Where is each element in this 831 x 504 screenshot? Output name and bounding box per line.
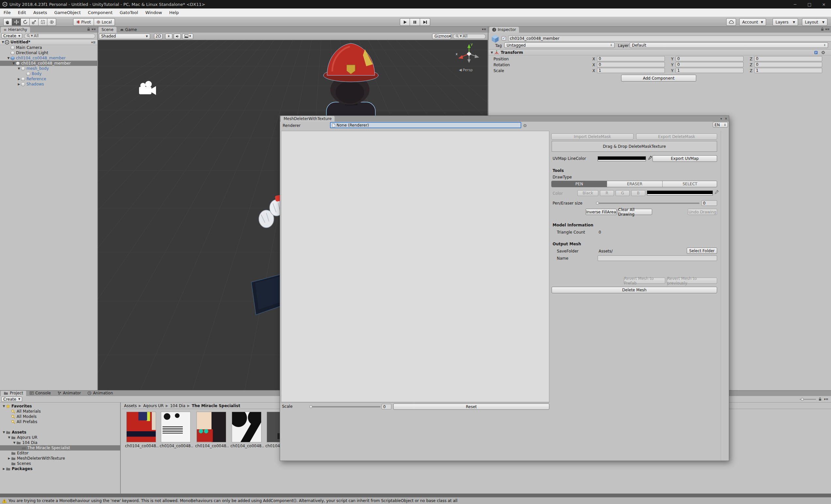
hierarchy-item-main-camera[interactable]: Main Camera <box>0 45 97 50</box>
hierarchy-item-shadows[interactable]: ▶Shadows <box>0 82 97 87</box>
menu-assets[interactable]: Assets <box>30 8 51 17</box>
panel-menu-icon[interactable]: ▾≡ <box>482 27 486 31</box>
pen-size-field[interactable]: 0 <box>701 200 717 206</box>
layout-dropdown[interactable]: Layout▼ <box>802 18 827 26</box>
foldout-arrow-icon[interactable]: ▶ <box>2 467 6 470</box>
transform-scale-y-field[interactable]: 1 <box>676 68 744 73</box>
tab-hierarchy[interactable]: ≡Hierarchy <box>1 27 30 33</box>
active-checkbox[interactable]: ✓ <box>502 36 506 40</box>
foldout-arrow-icon[interactable]: ▼ <box>12 62 16 65</box>
object-picker-icon[interactable]: ⊙ <box>523 123 527 128</box>
project-item-favorites[interactable]: ▼Favorites <box>0 404 120 409</box>
audio-toggle-button[interactable] <box>174 34 181 39</box>
foldout-arrow-icon[interactable]: ▼ <box>490 51 494 54</box>
pen-color-swatch[interactable] <box>647 190 713 196</box>
texture-canvas[interactable] <box>281 131 549 402</box>
transform-position-y-field[interactable]: 0 <box>676 56 744 61</box>
color-g-button[interactable]: G <box>615 190 630 196</box>
gear-icon[interactable] <box>821 51 825 55</box>
layers-dropdown[interactable]: Layers▼ <box>773 18 798 26</box>
transform-tool-button[interactable] <box>47 18 56 26</box>
hierarchy-item-mesh-body[interactable]: ▼mesh_body <box>0 66 97 71</box>
transform-scale-x-field[interactable]: 1 <box>597 68 665 73</box>
export-uvmap-button[interactable]: Export UVMap <box>653 155 717 162</box>
tab-animation[interactable]: Animation <box>85 390 116 396</box>
transform-position-x-field[interactable]: 0 <box>597 56 665 61</box>
project-item-104-dia[interactable]: ▼104 Dia <box>0 440 120 445</box>
menu-edit[interactable]: Edit <box>15 8 30 17</box>
tab-animator[interactable]: Animator <box>55 390 84 396</box>
asset-thumbnail[interactable] <box>232 412 261 442</box>
project-item-all-models[interactable]: All Models <box>0 414 120 419</box>
transform-rotation-x-field[interactable]: 0 <box>597 62 665 67</box>
foldout-arrow-icon[interactable]: ▶ <box>17 77 21 81</box>
canvas-scale-slider-handle[interactable] <box>309 405 312 408</box>
foldout-arrow-icon[interactable]: ▶ <box>17 83 21 86</box>
import-deletemask-button[interactable]: Import DeleteMask <box>551 134 633 140</box>
play-button[interactable] <box>400 18 410 26</box>
pen-size-slider[interactable] <box>597 203 699 204</box>
step-button[interactable] <box>420 18 430 26</box>
account-dropdown[interactable]: Account▼ <box>739 18 766 26</box>
tab-game[interactable]: Game <box>117 27 140 33</box>
project-item-assets[interactable]: ▼Assets <box>0 429 120 435</box>
project-splitter[interactable] <box>120 403 121 494</box>
revert-mesh-previously-button[interactable]: Revert Mesh to previously <box>667 277 717 284</box>
lock-icon[interactable] <box>819 397 822 401</box>
object-name-field[interactable]: ch0104_co0048_member <box>508 35 831 41</box>
hierarchy-search-input[interactable]: ▼ All <box>24 34 95 38</box>
language-dropdown[interactable]: EN↕ <box>713 122 728 127</box>
foldout-arrow-icon[interactable]: ▼ <box>2 405 6 408</box>
pivot-toggle-button[interactable]: Pivot <box>73 18 94 26</box>
inverse-fillarea-button[interactable]: Inverse FillArea <box>585 209 617 215</box>
menu-gatotool[interactable]: GatoTool <box>116 8 142 17</box>
hierarchy-create-dropdown[interactable]: Create▼ <box>1 33 22 38</box>
project-item-aqours-ur[interactable]: ▼Aqours UR <box>0 435 120 440</box>
add-component-button[interactable]: Add Component <box>621 75 696 82</box>
project-item-meshdeleterwithtexture[interactable]: ▶MeshDeleterWithTexture <box>0 456 120 461</box>
asset-thumbnail[interactable] <box>197 412 226 442</box>
drawtype-select-button[interactable]: SELECT <box>662 181 717 187</box>
drawtype-eraser-button[interactable]: ERASER <box>607 181 662 187</box>
foldout-arrow-icon[interactable]: ▼ <box>6 56 10 60</box>
project-item-the-miracle-specialist[interactable]: The Miracle Specialist <box>0 445 120 450</box>
color-black-button[interactable]: Black <box>577 190 598 196</box>
move-tool-button[interactable] <box>12 18 21 26</box>
panel-menu-icon[interactable]: ▾≡ <box>824 397 828 401</box>
project-item-all-materials[interactable]: All Materials <box>0 409 120 414</box>
gizmos-dropdown[interactable]: Gizmos▼ <box>432 34 451 39</box>
project-item-scenes[interactable]: Scenes <box>0 461 120 466</box>
hierarchy-item-ch0104-co0048-member[interactable]: ▼ch0104_co0048_member <box>0 55 97 61</box>
minimize-button[interactable]: ─ <box>788 0 802 8</box>
pen-size-slider-handle[interactable] <box>596 202 599 205</box>
renderer-object-field[interactable]: None (Renderer) <box>330 122 521 128</box>
transform-rotation-z-field[interactable]: 0 <box>754 62 822 67</box>
hierarchy-item-directional-light[interactable]: Directional Light <box>0 50 97 55</box>
uvmap-linecolor-swatch[interactable] <box>598 156 646 161</box>
color-r-button[interactable]: R <box>600 190 614 196</box>
effects-dropdown-button[interactable]: ▼ <box>182 34 193 39</box>
lock-icon[interactable] <box>87 27 90 31</box>
foldout-arrow-icon[interactable]: ▼ <box>2 431 6 434</box>
close-button[interactable]: × <box>816 0 831 8</box>
project-create-dropdown[interactable]: Create▼ <box>1 397 22 402</box>
revert-mesh-prefab-button[interactable]: Revert Mesh to Prefab <box>624 277 665 284</box>
tab-mesh-deleter[interactable]: MeshDeleterWithTexture <box>281 116 335 122</box>
hierarchy-item-body[interactable]: Body <box>0 71 97 76</box>
transform-component-header[interactable]: ▼ Transform <box>489 49 831 55</box>
eyedropper-icon[interactable] <box>714 190 719 195</box>
rect-tool-button[interactable] <box>38 18 47 26</box>
project-item-packages[interactable]: ▶Packages <box>0 466 120 471</box>
select-folder-button[interactable]: Select Folder <box>687 247 717 254</box>
tag-dropdown[interactable]: Untagged⇕ <box>504 42 614 48</box>
shading-mode-dropdown[interactable]: Shaded▼ <box>99 34 150 39</box>
cloud-button[interactable] <box>726 18 736 26</box>
menu-help[interactable]: Help <box>166 8 182 17</box>
maximize-button[interactable]: □ <box>802 0 816 8</box>
color-b-button[interactable]: B <box>631 190 645 196</box>
transform-scale-z-field[interactable]: 1 <box>754 68 822 73</box>
dragdrop-area[interactable]: Drag & Drop DeleteMaskTexture <box>552 141 717 152</box>
hierarchy-item-reference[interactable]: ▶Reference <box>0 76 97 82</box>
foldout-arrow-icon[interactable]: ▼ <box>1 40 5 44</box>
tab-inspector[interactable]: i Inspector <box>489 27 519 33</box>
